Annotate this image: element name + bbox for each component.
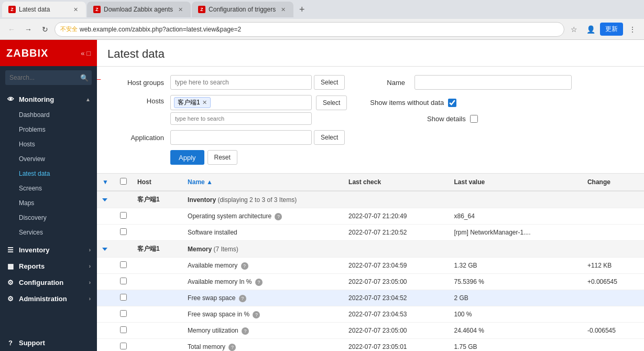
row-last-value: 100 % [449,306,582,323]
col-name[interactable]: Name ▲ [182,174,343,191]
help-icon[interactable]: ? [255,279,263,286]
help-icon[interactable]: ? [275,213,282,220]
tab-configuration-triggers[interactable]: Z Configuration of triggers ✕ [192,2,293,17]
select-all-checkbox[interactable] [120,178,127,185]
row-last-check: 2022-07-07 23:05:00 [343,323,449,339]
group-toggle-memory[interactable] [97,241,115,258]
menu-button[interactable]: ⋮ [625,22,640,37]
tab-title-1: Latest data [19,6,68,13]
reports-section[interactable]: ▩ Reports › [0,258,97,274]
row-name: Software installed [182,225,343,241]
help-icon[interactable]: ? [239,295,246,302]
row-change: +0.006545 [582,274,644,290]
data-table: ▼ Host Name ▲ Last check Last value [97,174,644,351]
monitoring-label: Monitoring [19,95,54,103]
sidebar-item-screens[interactable]: Screens [0,181,97,196]
show-details-checkbox[interactable] [470,115,478,123]
administration-label: Administration [19,295,67,303]
show-items-checkbox[interactable] [448,99,456,107]
application-select-button[interactable]: Select [314,130,345,145]
row-check[interactable] [115,258,132,274]
configuration-label: Configuration [19,279,63,286]
group-toggle-inventory[interactable] [97,191,115,208]
forward-button[interactable]: → [21,22,36,37]
host-tag-remove[interactable]: ✕ [202,99,207,106]
host-groups-select-button[interactable]: Select [314,75,345,90]
row-change [582,306,644,323]
tab-close-3[interactable]: ✕ [279,5,287,14]
tab-latest-data[interactable]: Z Latest data ✕ [2,2,86,17]
group-checkbox-inventory [115,191,132,208]
tab-download-zabbix[interactable]: Z Download Zabbix agents ✕ [87,2,191,17]
sidebar-item-problems[interactable]: Problems [0,122,97,137]
hosts-select-button[interactable]: Select [316,95,347,110]
row-host [132,339,182,352]
search-input[interactable] [5,70,92,85]
row-host [132,290,182,306]
table-row: Memory utilization ? 2022-07-07 23:05:00… [97,323,644,339]
table-row: Software installed 2022-07-07 21:20:52 [… [97,225,644,241]
page-header: Latest data [97,40,644,67]
row-check[interactable] [115,274,132,290]
row-check[interactable] [115,290,132,306]
account-button[interactable]: 👤 [583,22,598,37]
row-check[interactable] [115,339,132,352]
address-bar[interactable]: 不安全 web.example.com/zabbix.php?action=la… [54,22,564,37]
row-host [132,225,182,241]
sidebar-item-discovery[interactable]: Discovery [0,210,97,225]
help-icon[interactable]: ? [241,262,248,270]
update-button[interactable]: 更新 [600,23,623,36]
sidebar-toggle[interactable]: « □ [81,49,91,57]
row-check[interactable] [115,208,132,225]
name-input[interactable] [414,75,572,90]
row-host [132,208,182,225]
host-groups-input[interactable] [170,75,312,90]
apply-button[interactable]: Apply [170,150,204,165]
support-section[interactable]: ? Support [0,335,97,351]
sidebar-item-latest-data[interactable]: Latest data [0,166,97,181]
tab-close-2[interactable]: ✕ [176,5,184,14]
table-header-row: ▼ Host Name ▲ Last check Last value [97,174,644,191]
inventory-label: Inventory [19,246,50,254]
application-label: Application [107,134,170,142]
row-sort [97,306,115,323]
row-name: Available memory In % ? [182,274,343,290]
monitoring-section[interactable]: 👁 Monitoring ▲ [0,91,97,108]
tab-close-1[interactable]: ✕ [71,5,80,14]
tab-favicon-3: Z [198,6,205,13]
application-input[interactable] [170,130,312,145]
sidebar-item-maps[interactable]: Maps [0,196,97,210]
help-icon[interactable]: ? [228,344,236,351]
row-check[interactable] [115,306,132,323]
row-last-value: 1.32 GB [449,258,582,274]
col-sort[interactable]: ▼ [97,174,115,191]
col-checkbox[interactable] [115,174,132,191]
row-sort [97,225,115,241]
bookmark-button[interactable]: ☆ [566,22,581,37]
help-icon[interactable]: ? [253,311,260,318]
search-icon[interactable]: 🔍 [80,74,89,82]
sidebar-item-overview[interactable]: Overview [0,152,97,166]
inventory-section[interactable]: ☰ Inventory › [0,242,97,258]
row-check[interactable] [115,225,132,241]
sidebar-item-hosts[interactable]: Hosts [0,137,97,152]
reload-button[interactable]: ↻ [38,22,52,37]
hosts-search-input[interactable] [170,112,312,125]
reset-button[interactable]: Reset [208,150,237,165]
back-button[interactable]: ← [4,22,19,37]
help-icon[interactable]: ? [242,327,249,335]
new-tab-button[interactable]: + [294,2,309,17]
sidebar-item-dashboard[interactable]: Dashboard [0,108,97,122]
row-last-check: 2022-07-07 23:04:59 [343,258,449,274]
row-check[interactable] [115,323,132,339]
host-tag-1: 客户端1 ✕ [174,97,211,108]
tab-title-3: Configuration of triggers [209,6,276,13]
sidebar-item-services[interactable]: Services [0,225,97,240]
col-last-value: Last value [449,174,582,191]
configuration-section[interactable]: ⚙ Configuration › [0,274,97,291]
support-label: Support [19,339,45,347]
administration-section[interactable]: ⚙ Administration › [0,291,97,307]
main-content: Latest data ← Host groups Select Name [97,40,644,351]
col-last-check: Last check [343,174,449,191]
row-last-check: 2022-07-07 23:05:00 [343,274,449,290]
